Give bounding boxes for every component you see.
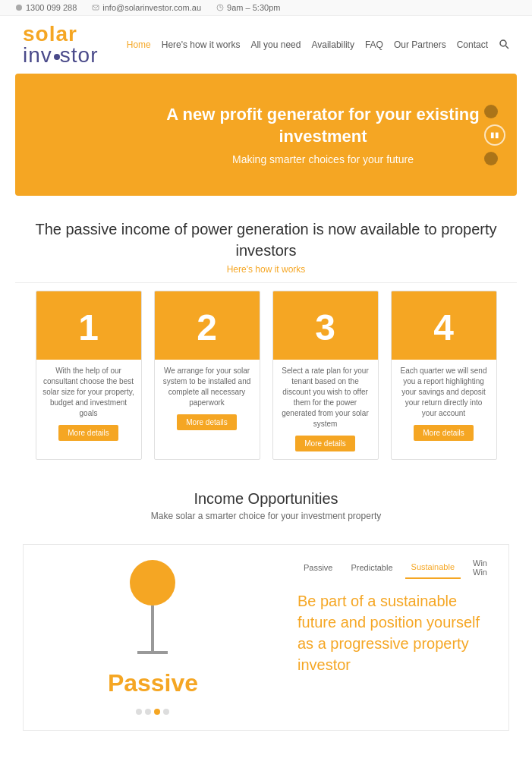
section1-title: The passive income of power generation i… (15, 219, 517, 261)
tab-content-text: Be part of a sustainable future and posi… (297, 590, 493, 675)
step-1: 1 With the help of our consultant choose… (36, 291, 142, 460)
step-2: 2 We arrange for your solar system to be… (154, 291, 260, 460)
passive-base (137, 651, 168, 654)
step-3-number: 3 (273, 291, 378, 360)
phone-topbar: 1300 099 288 (15, 3, 77, 12)
search-icon[interactable] (499, 39, 509, 52)
section1-sub: Here's how it works (15, 264, 517, 275)
hero-dot-next[interactable] (484, 152, 498, 165)
step-4-desc: Each quarter we will send you a report h… (392, 360, 496, 425)
step-1-number: 1 (36, 291, 141, 360)
hero-pause-btn[interactable]: ▮▮ (484, 124, 505, 146)
call-section: Call today Contact us for an estimate of… (0, 753, 532, 777)
svg-point-0 (16, 5, 22, 11)
email-topbar: info@solarinvestor.com.au (92, 3, 201, 12)
top-bar: 1300 099 288 info@solarinvestor.com.au 9… (0, 0, 532, 16)
step-3-btn[interactable]: More details (295, 436, 354, 451)
tab-ind-3[interactable] (154, 709, 160, 715)
step-3-desc: Select a rate plan for your tenant based… (273, 360, 378, 436)
hero-title: A new profit generator for your existing… (152, 104, 494, 147)
step-4-btn[interactable]: More details (414, 425, 473, 441)
header: solar invstor Home Here's how it works A… (0, 16, 532, 74)
svg-line-6 (506, 46, 509, 49)
nav-contact[interactable]: Contact (457, 39, 488, 50)
tab-content: Be part of a sustainable future and posi… (297, 590, 493, 675)
tab-sustainable[interactable]: Sustainable (405, 556, 461, 579)
hero-dot-prev[interactable] (484, 105, 498, 118)
tab-ind-2[interactable] (145, 709, 151, 715)
tabs-left: Passive (24, 545, 282, 730)
logo-investor: invstor (23, 45, 98, 66)
passive-visual (130, 560, 175, 654)
nav-availability[interactable]: Availability (311, 39, 354, 50)
step-1-btn[interactable]: More details (58, 425, 118, 441)
hours-topbar: 9am – 5:30pm (216, 3, 280, 12)
passive-circle (130, 560, 175, 606)
income-section: Income Opportunities Make solar a smarte… (0, 483, 532, 536)
main-nav: Home Here's how it works All you need Av… (127, 39, 509, 52)
step-3: 3 Select a rate plan for your tenant bas… (272, 291, 379, 460)
step-4: 4 Each quarter we will send you a report… (391, 291, 497, 460)
step-1-desc: With the help of our consultant choose t… (36, 360, 141, 425)
nav-all[interactable]: All you need (250, 39, 301, 50)
hero-subtitle: Making smarter choices for your future (152, 153, 494, 165)
steps-container: 1 With the help of our consultant choose… (0, 283, 532, 483)
section1-heading: The passive income of power generation i… (0, 196, 532, 282)
logo[interactable]: solar invstor (23, 24, 98, 66)
tab-passive[interactable]: Passive (297, 556, 339, 579)
nav-partners[interactable]: Our Partners (394, 39, 446, 50)
tab-ind-4[interactable] (163, 709, 169, 715)
tabs-right: Passive Predictable Sustainable Win Win … (282, 545, 508, 730)
tab-winwin[interactable]: Win Win (467, 556, 493, 579)
step-4-number: 4 (392, 291, 496, 360)
hero-banner: A new profit generator for your existing… (15, 74, 517, 196)
tab-ind-1[interactable] (136, 709, 142, 715)
hero-controls: ▮▮ (484, 105, 505, 165)
nav-faq[interactable]: FAQ (365, 39, 383, 50)
income-heading: Income Opportunities (15, 490, 517, 508)
hero-text: A new profit generator for your existing… (152, 104, 494, 165)
svg-point-5 (500, 40, 506, 46)
nav-home[interactable]: Home (127, 39, 151, 50)
step-2-number: 2 (155, 291, 260, 360)
tab-indicators (136, 709, 169, 715)
tabs-panel: Passive Passive Predictable Sustainable … (23, 544, 509, 731)
logo-solar: solar (23, 24, 98, 45)
tab-predictable[interactable]: Predictable (345, 556, 399, 579)
nav-how[interactable]: Here's how it works (162, 39, 241, 50)
passive-label: Passive (108, 669, 198, 697)
step-2-desc: We arrange for your solar system to be i… (155, 360, 260, 414)
income-sub: Make solar a smarter choice for your inv… (15, 511, 517, 521)
passive-stem (151, 606, 154, 651)
step-2-btn[interactable]: More details (177, 414, 236, 430)
tab-buttons: Passive Predictable Sustainable Win Win (297, 556, 493, 579)
